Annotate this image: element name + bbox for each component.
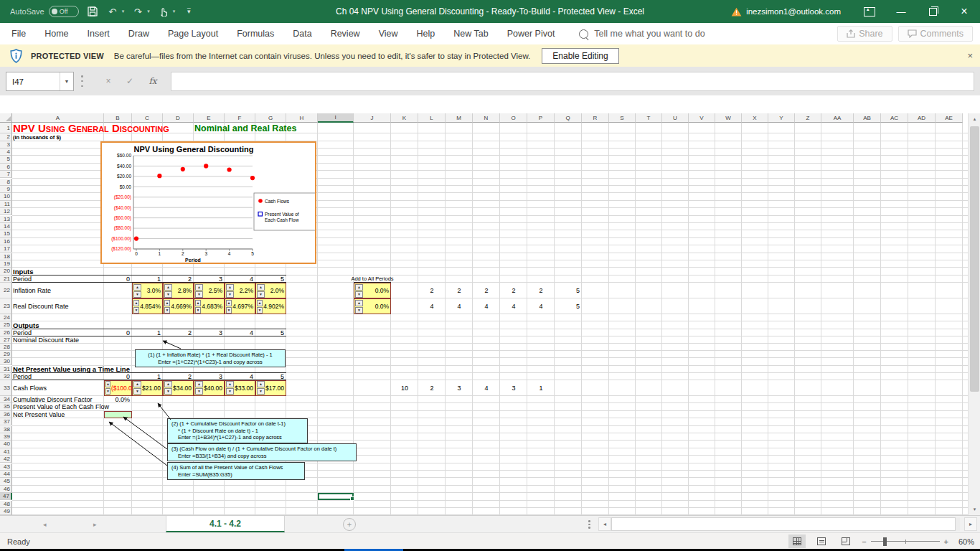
cell-P33[interactable]: 1: [527, 380, 555, 396]
cell-E32[interactable]: 3: [194, 373, 225, 380]
column-header-U[interactable]: U: [662, 113, 689, 123]
column-header-Z[interactable]: Z: [795, 113, 821, 123]
select-all-corner[interactable]: [0, 113, 12, 123]
spin-up-button[interactable]: ▲: [133, 381, 141, 387]
cell-A32[interactable]: Period: [12, 373, 104, 380]
cell-F32[interactable]: 4: [225, 373, 255, 380]
sheet-nav-right-icon[interactable]: ▸: [93, 521, 97, 528]
column-header-J[interactable]: J: [354, 113, 391, 123]
column-header-Y[interactable]: Y: [768, 113, 795, 123]
row-header-32[interactable]: 32: [0, 373, 12, 380]
tab-scroll-splitter[interactable]: [588, 520, 590, 529]
row-header-42[interactable]: 42: [0, 456, 12, 463]
sheet-nav-left-icon[interactable]: ◂: [43, 521, 47, 528]
spin-down-button[interactable]: ▼: [257, 307, 263, 314]
spin-down-button[interactable]: ▼: [105, 388, 110, 395]
row-header-2[interactable]: 2: [0, 133, 12, 141]
horizontal-scrollbar-thumb[interactable]: [611, 517, 956, 531]
cell-A36[interactable]: Net Present Value: [12, 411, 104, 418]
vertical-scrollbar[interactable]: ▴ ▾: [968, 113, 980, 515]
spin-down-button[interactable]: ▼: [133, 388, 141, 395]
row-header-18[interactable]: 18: [0, 253, 12, 260]
zoom-level[interactable]: 60%: [956, 537, 974, 546]
cell-D22[interactable]: ▲▼2.8%: [163, 283, 194, 298]
cell-M23[interactable]: 4: [446, 298, 473, 314]
scroll-up-icon[interactable]: ▴: [969, 113, 980, 125]
cell-L33[interactable]: 2: [418, 380, 446, 396]
row-header-33[interactable]: 33: [0, 380, 12, 396]
row-header-4[interactable]: 4: [0, 149, 12, 156]
row-header-19[interactable]: 19: [0, 260, 12, 268]
column-header-L[interactable]: L: [418, 113, 446, 123]
page-break-view-button[interactable]: [837, 534, 854, 548]
hscroll-left-icon[interactable]: ◂: [598, 517, 611, 531]
row-header-12[interactable]: 12: [0, 208, 12, 215]
spin-up-button[interactable]: ▲: [226, 381, 234, 387]
horizontal-scrollbar[interactable]: [611, 517, 960, 531]
spin-down-button[interactable]: ▼: [257, 291, 265, 298]
spin-up-button[interactable]: ▲: [355, 300, 363, 306]
row-header-22[interactable]: 22: [0, 283, 12, 298]
cell-P22[interactable]: 2: [527, 283, 555, 298]
row-header-29[interactable]: 29: [0, 351, 12, 358]
cell-J22[interactable]: ▲▼0.0%: [354, 283, 391, 298]
cell-D23[interactable]: ▲▼4.669%: [163, 298, 194, 314]
cell-O33[interactable]: 3: [500, 380, 527, 396]
formula-callout-3[interactable]: (3) (Cash Flow on date t) / (1 + Cumulat…: [167, 443, 357, 461]
cell-G26[interactable]: 5: [255, 329, 286, 336]
cell-M33[interactable]: 3: [446, 380, 473, 396]
cell-G33[interactable]: ▲▼$17.00: [255, 380, 286, 396]
column-header-O[interactable]: O: [500, 113, 527, 123]
spin-down-button[interactable]: ▼: [133, 307, 139, 314]
cell-E33[interactable]: ▲▼$40.00: [194, 380, 225, 396]
cell-E21[interactable]: 3: [194, 276, 225, 283]
cell-C22[interactable]: ▲▼3.0%: [132, 283, 163, 298]
spin-up-button[interactable]: ▲: [164, 284, 172, 291]
row-header-43[interactable]: 43: [0, 463, 12, 471]
cell-A27[interactable]: Nominal Discount Rate: [12, 336, 104, 344]
cell-N23[interactable]: 4: [473, 298, 500, 314]
row-header-8[interactable]: 8: [0, 179, 12, 186]
column-header-AB[interactable]: AB: [854, 113, 881, 123]
cell-F33[interactable]: ▲▼$33.00: [225, 380, 255, 396]
cell-A1[interactable]: NPV Using General Discounting: [12, 123, 194, 133]
spin-down-button[interactable]: ▼: [164, 307, 170, 314]
cell-Q23[interactable]: 5: [555, 298, 582, 314]
row-header-34[interactable]: 34: [0, 396, 12, 403]
spin-down-button[interactable]: ▼: [226, 307, 232, 314]
spin-down-button[interactable]: ▼: [164, 291, 172, 298]
row-header-47[interactable]: 47: [0, 493, 12, 500]
zoom-in-button[interactable]: +: [944, 537, 948, 546]
cell-C21[interactable]: 1: [132, 276, 163, 283]
spin-down-button[interactable]: ▼: [257, 388, 265, 395]
row-header-31[interactable]: 31: [0, 366, 12, 373]
cell-C26[interactable]: 1: [132, 329, 163, 336]
cell-D32[interactable]: 2: [163, 373, 194, 380]
cell-A33[interactable]: Cash Flows: [12, 380, 104, 396]
row-header-23[interactable]: 23: [0, 298, 12, 314]
page-layout-view-button[interactable]: [813, 534, 830, 548]
row-header-9[interactable]: 9: [0, 186, 12, 193]
row-header-14[interactable]: 14: [0, 223, 12, 230]
vertical-scrollbar-thumb[interactable]: [970, 126, 979, 392]
spin-down-button[interactable]: ▼: [226, 291, 234, 298]
row-header-27[interactable]: 27: [0, 336, 12, 344]
spin-down-button[interactable]: ▼: [195, 388, 203, 395]
cell-B26[interactable]: 0: [104, 329, 132, 336]
spin-down-button[interactable]: ▼: [164, 388, 172, 395]
cell-E22[interactable]: ▲▼2.5%: [194, 283, 225, 298]
cell-N33[interactable]: 4: [473, 380, 500, 396]
cell-M22[interactable]: 2: [446, 283, 473, 298]
spin-down-button[interactable]: ▼: [195, 307, 201, 314]
spin-up-button[interactable]: ▲: [164, 381, 172, 387]
spin-down-button[interactable]: ▼: [226, 388, 234, 395]
cell-N22[interactable]: 2: [473, 283, 500, 298]
spin-up-button[interactable]: ▲: [133, 300, 139, 306]
cell-B33[interactable]: ▲▼($100.00): [104, 380, 132, 396]
row-header-7[interactable]: 7: [0, 171, 12, 178]
row-header-40[interactable]: 40: [0, 441, 12, 448]
cell-B34[interactable]: 0.0%: [104, 396, 132, 403]
column-header-K[interactable]: K: [391, 113, 418, 123]
row-header-46[interactable]: 46: [0, 486, 12, 493]
spin-down-button[interactable]: ▼: [355, 307, 363, 314]
